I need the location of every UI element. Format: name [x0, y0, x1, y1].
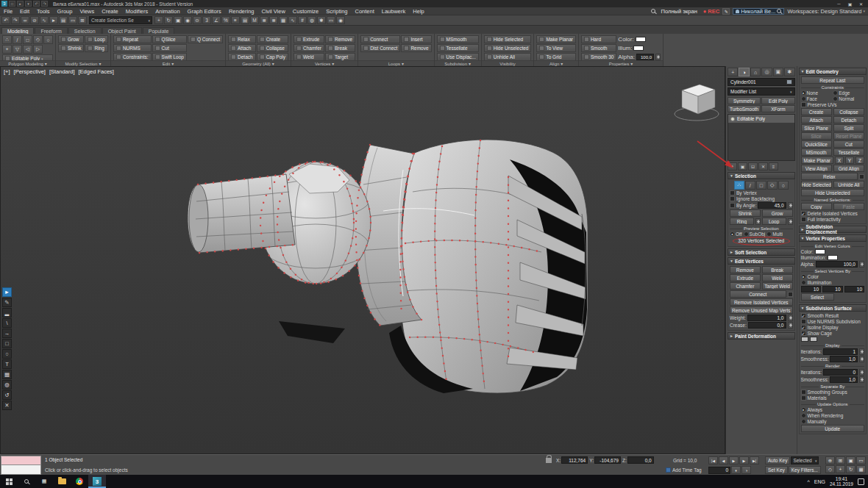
menu-item[interactable]: Scripting: [322, 8, 351, 15]
radio[interactable]: [801, 280, 806, 285]
pin-stack-icon[interactable]: ⌖: [2, 45, 12, 54]
hide-selected-button[interactable]: Hide Selected: [801, 181, 832, 188]
ring-button[interactable]: Ring: [730, 218, 754, 225]
ribbon-button[interactable]: Hide Unselected: [484, 44, 532, 52]
menu-item[interactable]: Tools: [33, 8, 54, 15]
checkbox[interactable]: [730, 190, 735, 195]
chrome-icon[interactable]: [71, 475, 88, 488]
ribbon-caption[interactable]: Visibility: [482, 60, 534, 66]
ribbon-button[interactable]: Ring: [85, 44, 107, 52]
panel-button[interactable]: Tessellate: [833, 148, 864, 156]
3ds-max-taskbar-icon[interactable]: 3: [88, 475, 106, 488]
crease-field[interactable]: 0,0: [748, 322, 786, 329]
ribbon-tab[interactable]: Populate: [143, 27, 175, 34]
menu-item[interactable]: Laubwerk: [378, 8, 410, 15]
panel-button[interactable]: Weld: [762, 274, 793, 281]
preview-option[interactable]: SubObj: [744, 232, 766, 237]
menu-item[interactable]: Create: [98, 8, 122, 15]
ribbon-button[interactable]: Cut: [152, 44, 187, 52]
modify-tab[interactable]: ◑: [739, 68, 749, 76]
ribbon-tab[interactable]: Freeform: [35, 27, 67, 34]
panel-button-wide[interactable]: Remove Isolated Vertices: [730, 298, 793, 306]
vertex-mode-icon[interactable]: ∴: [734, 181, 744, 190]
panel-button[interactable]: Slice Plane: [801, 124, 832, 132]
color-swatch[interactable]: [636, 37, 646, 42]
pencil-icon[interactable]: ✎: [2, 298, 12, 307]
ribbon-caption[interactable]: Loops▾: [358, 60, 433, 66]
axis-button[interactable]: X: [835, 157, 844, 164]
line-icon[interactable]: \: [2, 318, 12, 328]
undo-icon[interactable]: ↶: [33, 1, 40, 7]
radio[interactable]: ●: [801, 274, 806, 279]
menu-item[interactable]: Group: [54, 8, 77, 15]
panel-button[interactable]: Attach: [801, 116, 832, 123]
select-button[interactable]: Select: [801, 293, 834, 301]
menu-item[interactable]: Edit: [16, 8, 33, 15]
radio[interactable]: ●: [730, 232, 735, 237]
maximize-viewport-icon[interactable]: ▦: [856, 465, 866, 473]
redo-icon[interactable]: ↷: [41, 1, 48, 7]
motion-tab[interactable]: ◎: [761, 68, 772, 76]
preview-option[interactable]: ● Off: [730, 232, 742, 237]
constraint-option[interactable]: ● None: [801, 90, 833, 96]
panel-button[interactable]: Detach: [833, 116, 864, 123]
user-account[interactable]: Николай Ве...: [733, 8, 784, 15]
axis-button[interactable]: Z: [855, 157, 864, 164]
ribbon-caption[interactable]: Geometry (All)▾: [226, 60, 291, 66]
remove-modifier-icon[interactable]: ✕: [758, 162, 768, 171]
maximize-button[interactable]: ▣: [844, 1, 855, 7]
bind-spacewarp-icon[interactable]: ∿: [40, 16, 49, 24]
next-frame-icon[interactable]: ▶: [739, 456, 749, 464]
ribbon-button[interactable]: Dist Connect: [360, 44, 400, 52]
vertex-mode-icon[interactable]: ∴: [2, 35, 12, 44]
key-filters-button[interactable]: Key Filters...: [789, 466, 821, 474]
repeat-last-button[interactable]: Repeat Last: [801, 76, 865, 84]
connect-button[interactable]: Connect: [730, 290, 786, 298]
viewport-label-item[interactable]: [Perspective]: [14, 68, 46, 75]
previous-modifier-icon[interactable]: ◁: [23, 45, 32, 54]
ribbon-button[interactable]: Hard: [581, 35, 616, 43]
modifier-set-button[interactable]: TurboSmooth: [728, 105, 761, 112]
percent-snap-icon[interactable]: %: [221, 16, 230, 24]
render-icon[interactable]: ◉: [336, 16, 345, 24]
checkbox[interactable]: [801, 390, 806, 395]
save-file-icon[interactable]: ▾: [25, 1, 32, 7]
radio[interactable]: [744, 232, 749, 237]
ribbon-button[interactable]: To View: [536, 44, 576, 52]
paste-button[interactable]: Paste: [833, 203, 864, 210]
ribbon-caption[interactable]: Align▾: [534, 60, 578, 66]
ribbon-button[interactable]: Chamfer: [294, 44, 324, 52]
open-file-icon[interactable]: ▸: [17, 1, 24, 7]
file-explorer-icon[interactable]: [53, 475, 71, 488]
ribbon-tab[interactable]: Selection: [68, 27, 102, 34]
grow-button[interactable]: Grow: [762, 209, 793, 217]
full-interactivity-checkbox[interactable]: [801, 217, 806, 222]
modifier-set-button[interactable]: Symmetry: [728, 97, 761, 104]
radio[interactable]: [833, 90, 838, 96]
ribbon-button[interactable]: Attach: [228, 44, 256, 52]
play-icon[interactable]: ▶: [729, 456, 739, 464]
ribbon-caption[interactable]: Modify Selection▾: [56, 60, 110, 66]
field-of-view-icon[interactable]: ◇: [825, 465, 835, 473]
spinner-snap-icon[interactable]: ≡: [231, 16, 240, 24]
crease-spinner[interactable]: [788, 322, 793, 329]
object-color-swatch[interactable]: [786, 79, 792, 85]
zoom-region-icon[interactable]: ▭: [856, 456, 866, 464]
rendered-frame-icon[interactable]: ▭: [327, 16, 335, 24]
viewcube[interactable]: [675, 85, 719, 121]
panel-button[interactable]: Extrude: [730, 274, 761, 281]
object-name-field[interactable]: Cylinder001: [728, 78, 795, 86]
loop-button[interactable]: Loop: [762, 218, 786, 225]
angle-snap-icon[interactable]: ∠: [212, 16, 221, 24]
spinner[interactable]: [859, 348, 864, 355]
coordinate-input[interactable]: -104,679: [594, 456, 621, 464]
rectangle-icon[interactable]: □: [2, 339, 12, 348]
update-button[interactable]: Update: [801, 425, 865, 432]
select-link-icon[interactable]: ∞: [21, 16, 29, 24]
alpha-spinner[interactable]: [655, 54, 661, 60]
select-move-icon[interactable]: +: [154, 16, 163, 24]
render-smoothness-field[interactable]: 1,0: [830, 376, 858, 383]
select-rotate-icon[interactable]: ↻: [164, 16, 173, 24]
ribbon-button[interactable]: Remove: [401, 44, 431, 52]
weight-field[interactable]: 1,0: [747, 315, 786, 321]
